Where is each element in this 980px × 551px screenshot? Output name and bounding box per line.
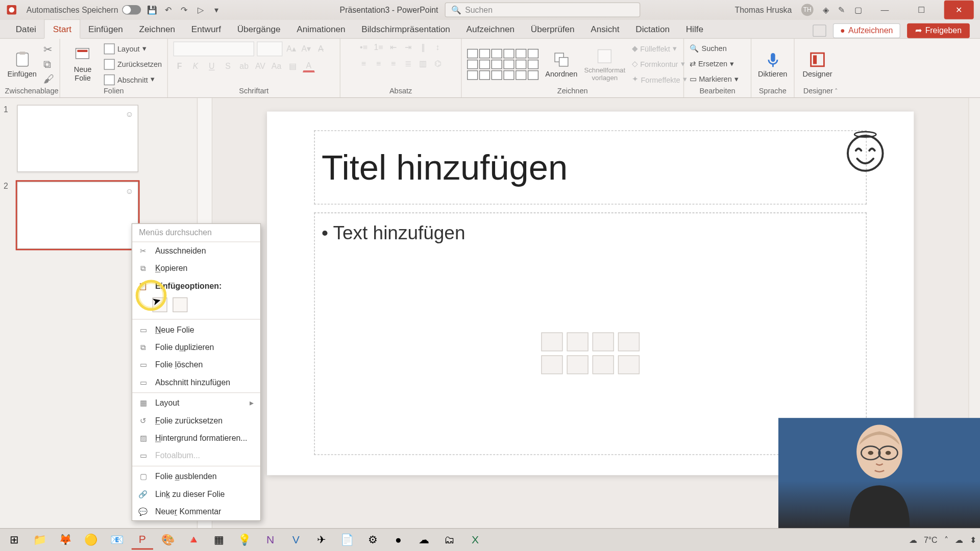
tab-einfuegen[interactable]: Einfügen	[80, 20, 131, 38]
content-icons[interactable]	[541, 332, 640, 374]
layout-button[interactable]: Layout ▾	[104, 42, 162, 55]
autosave-toggle[interactable]	[122, 5, 141, 14]
tray-chevron-icon[interactable]: ˄	[944, 535, 948, 544]
effects-button[interactable]: ✦ Formeffekte ▾	[632, 73, 687, 86]
find-button[interactable]: 🔍 Suchen	[690, 41, 727, 55]
ctx-format-background[interactable]: ▨Hintergrund formatieren...	[132, 430, 260, 447]
new-slide-button[interactable]: Neue Folie	[65, 42, 100, 85]
shapes-gallery[interactable]	[467, 48, 538, 80]
tab-uebergaenge[interactable]: Übergänge	[229, 20, 289, 38]
file-explorer-icon[interactable]: 📁	[29, 531, 51, 549]
select-button[interactable]: ▭ Markieren ▾	[690, 72, 739, 86]
smartart-icon[interactable]: ⌬	[432, 58, 444, 70]
save-icon[interactable]: 💾	[146, 5, 157, 15]
app-icon[interactable]: V	[285, 531, 307, 549]
quick-styles-button[interactable]: Schnellformat vorlagen	[584, 42, 625, 85]
bold-icon[interactable]: F	[174, 60, 186, 72]
shadow-icon[interactable]: ab	[238, 60, 250, 72]
text-direction-icon[interactable]: ↕	[432, 41, 444, 54]
outlook-icon[interactable]: 📧	[106, 531, 128, 549]
app-icon[interactable]: 🗂	[439, 531, 460, 549]
tab-datei[interactable]: Datei	[8, 20, 44, 38]
ctx-add-section[interactable]: ▭Abschnitt hinzufügen	[132, 373, 260, 391]
columns-icon[interactable]: ▥	[417, 58, 429, 70]
onenote-icon[interactable]: N	[260, 531, 281, 549]
powerpoint-icon[interactable]: P	[132, 531, 153, 549]
paste-button[interactable]: Einfügen	[5, 42, 39, 85]
user-name[interactable]: Thomas Hruska	[735, 5, 792, 14]
record-button[interactable]: ●Aufzeichnen	[832, 23, 900, 38]
ctx-duplicate-slide[interactable]: ⧉Folie duplizieren	[132, 338, 260, 356]
font-size-box[interactable]	[257, 41, 282, 56]
app-icon[interactable]: ⚙	[362, 531, 383, 549]
highlight-icon[interactable]: ▤	[286, 60, 299, 72]
collapse-ribbon-icon[interactable]: ˄	[835, 87, 838, 95]
tab-ueberpruefen[interactable]: Überprüfen	[523, 20, 583, 38]
insert-3d-icon[interactable]	[618, 332, 640, 351]
spacing-icon[interactable]: AV	[254, 60, 266, 72]
case-icon[interactable]: Aa	[271, 60, 283, 72]
tab-aufzeichnen[interactable]: Aufzeichnen	[458, 20, 523, 38]
smiley-icon[interactable]	[844, 131, 887, 173]
context-search[interactable]: Menüs durchsuchen	[132, 224, 260, 242]
justify-icon[interactable]: ≣	[402, 58, 414, 70]
tab-animationen[interactable]: Animationen	[288, 20, 353, 38]
app-icon[interactable]: ▦	[208, 531, 230, 549]
tab-dictation[interactable]: Dictation	[627, 20, 677, 38]
reset-button[interactable]: Zurücksetzen	[104, 57, 162, 70]
minimize-button[interactable]: —	[871, 1, 898, 19]
app-icon[interactable]: 📄	[336, 531, 358, 549]
indent-dec-icon[interactable]: ⇤	[387, 41, 400, 54]
tab-bildschirmpraesentation[interactable]: Bildschirmpräsentation	[353, 20, 458, 38]
insert-picture-icon[interactable]	[541, 355, 562, 374]
insert-video-icon[interactable]	[593, 355, 614, 374]
grow-font-icon[interactable]: A▴	[285, 43, 298, 55]
insert-smartart-icon[interactable]	[593, 332, 614, 351]
align-center-icon[interactable]: ≡	[373, 58, 385, 70]
fill-button[interactable]: ◆ Fülleffekt ▾	[632, 42, 687, 55]
excel-icon[interactable]: X	[464, 531, 486, 549]
designer-button[interactable]: Designer	[800, 42, 835, 85]
copy-icon[interactable]: ⧉	[43, 58, 54, 70]
paste-option-picture[interactable]	[173, 297, 187, 312]
diamond-icon[interactable]: ◈	[823, 5, 829, 14]
chrome-icon[interactable]: 🟡	[80, 531, 102, 549]
slideshow-icon[interactable]: ▷	[195, 5, 206, 15]
line-spacing-icon[interactable]: ‖	[417, 41, 429, 54]
replace-button[interactable]: ⇄ Ersetzen ▾	[690, 57, 734, 70]
app-icon[interactable]: ☁	[413, 531, 435, 549]
ctx-layout[interactable]: ▦Layout▸	[132, 394, 260, 412]
insert-chart-icon[interactable]	[567, 332, 588, 351]
pen-icon[interactable]: ✎	[838, 5, 845, 14]
weather-icon[interactable]: ☁	[909, 535, 917, 544]
arrange-button[interactable]: Anordnen	[545, 42, 577, 85]
slide-thumbnail[interactable]: 1 ☺	[5, 105, 192, 172]
app-icon[interactable]: ●	[387, 531, 409, 549]
app-icon[interactable]: 💡	[234, 531, 255, 549]
outline-button[interactable]: ◇ Formkontur ▾	[632, 57, 687, 70]
dictate-button[interactable]: Diktieren	[757, 42, 789, 85]
numbering-icon[interactable]: 1≡	[373, 41, 385, 54]
align-right-icon[interactable]: ≡	[387, 58, 400, 70]
cut-icon[interactable]: ✂	[43, 43, 54, 56]
bullets-icon[interactable]: •≡	[358, 41, 370, 54]
user-avatar[interactable]: TH	[801, 4, 814, 16]
ctx-hide-slide[interactable]: ▢Folie ausblenden	[132, 468, 260, 485]
ctx-new-comment[interactable]: 💬Neuer Kommentar	[132, 503, 260, 520]
ctx-cut[interactable]: ✂Ausschneiden	[132, 242, 260, 260]
ctx-delete-slide[interactable]: ▭Folie löschen	[132, 356, 260, 373]
qat-more-icon[interactable]: ▾	[211, 5, 222, 15]
insert-online-pic-icon[interactable]	[567, 355, 588, 374]
tab-zeichnen[interactable]: Zeichnen	[131, 20, 183, 38]
format-painter-icon[interactable]: 🖌	[43, 73, 54, 85]
window-icon[interactable]: ▢	[854, 5, 862, 14]
ctx-link-slide[interactable]: 🔗Link zu dieser Folie	[132, 485, 260, 503]
shrink-font-icon[interactable]: A▾	[300, 43, 312, 55]
redo-icon[interactable]: ↷	[179, 5, 189, 15]
maximize-button[interactable]: ☐	[908, 1, 935, 19]
indent-inc-icon[interactable]: ⇥	[402, 41, 414, 54]
title-placeholder[interactable]: Titel hinzufügen	[314, 131, 866, 205]
vlc-icon[interactable]: 🔺	[183, 531, 204, 549]
tab-hilfe[interactable]: Hilfe	[678, 20, 712, 38]
section-button[interactable]: Abschnitt ▾	[104, 73, 162, 86]
